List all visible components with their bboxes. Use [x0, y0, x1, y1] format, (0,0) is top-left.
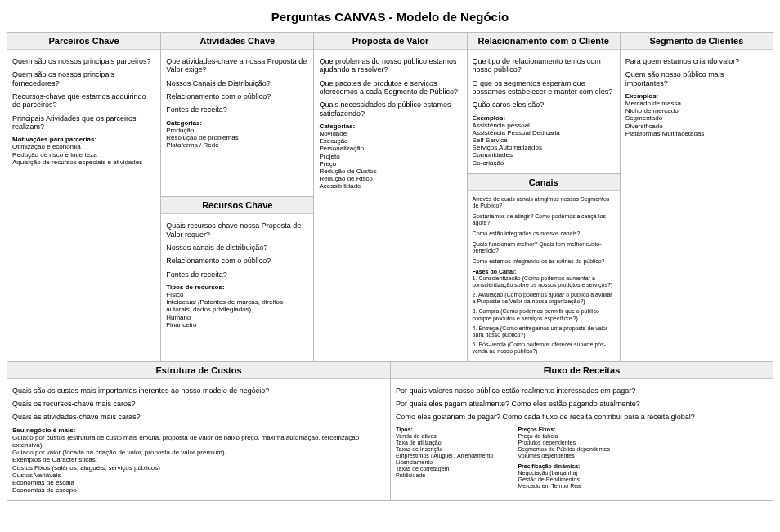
question: Quais as atividades-chave mais caras? — [12, 413, 385, 421]
sect-key-activities: Atividades Chave Que atividades-chave a … — [161, 33, 313, 196]
header-key-resources: Recursos Chave — [161, 197, 313, 214]
question: Quais funcionam melhor? Quais tem melhor… — [473, 241, 615, 254]
label-motivations: Motivações para parcerias: — [12, 136, 155, 143]
item: Gestão de Rendimentos — [518, 476, 609, 483]
question: Como eles gostariam de pagar? Como cada … — [396, 413, 768, 421]
item: Nicho de mercado — [625, 107, 768, 114]
header-customer-relationship: Relacionamento com o Cliente — [468, 33, 620, 50]
item: Humano — [166, 314, 308, 321]
item: 1. Conscientização (Como podemos aumenta… — [473, 275, 615, 288]
question: Quais recursos-chave nossa Proposta de V… — [166, 221, 308, 239]
item: Segmentado — [625, 114, 768, 122]
question: Gostaríamos de atingir? Como podemos alc… — [473, 213, 615, 226]
label-categories: Categorias: — [166, 119, 308, 127]
item: Intelectual (Patentes de marcas, direito… — [166, 298, 308, 313]
question: Para quem estamos criando valor? — [625, 57, 768, 65]
item: Plataforma / Rede — [166, 141, 308, 149]
item: 2. Avaliação (Como podemos ajudar o públ… — [473, 292, 615, 305]
header-customer-segments: Segmento de Clientes — [621, 33, 773, 50]
item: Licenciamento — [396, 459, 493, 466]
question: Por quais eles pagam atualmente? Como el… — [396, 400, 768, 408]
item: Negociação (barganha) — [518, 470, 609, 476]
item: Produção — [166, 127, 308, 134]
label-business-type: Seu negócio é mais: — [12, 427, 385, 434]
question: Fontes de receita? — [166, 270, 308, 279]
header-revenue-streams: Fluxo de Receitas — [391, 362, 773, 379]
col-customer-segments: Segmento de Clientes Para quem estamos c… — [620, 33, 773, 361]
item: Assistência Pessoal Dedicada — [473, 129, 615, 136]
page-title: Perguntas CANVAS - Modelo de Negócio — [7, 10, 773, 24]
label-resource-types: Tipos de recursos: — [166, 284, 308, 291]
item: Comunidades — [473, 151, 615, 159]
item: Redução de risco e incerteza — [12, 151, 155, 159]
item: Novidade — [319, 130, 461, 137]
item: Plataformas Multifacetadas — [625, 130, 768, 137]
item: Produtos dependentes — [518, 440, 609, 446]
sect-customer-relationship: Relacionamento com o Cliente Que tipo de… — [468, 33, 620, 173]
question: Quão caros eles são? — [473, 101, 615, 109]
question: Principais Atividades que os parceiros r… — [12, 114, 155, 132]
item: Economias de escala — [12, 479, 385, 486]
item: Guiado por valor (focada na criação de v… — [12, 449, 385, 456]
item: Volumes dependentes — [518, 453, 609, 459]
item: Mercado de massa — [625, 100, 768, 107]
col-value-proposition: Proposta de Valor Que problemas do nosso… — [313, 33, 466, 361]
item: Co-criação — [473, 159, 615, 167]
item: Execução — [319, 137, 461, 145]
question: Relacionamento com o público? — [166, 257, 308, 265]
question: Como estão integrados os nossos canais? — [473, 230, 615, 237]
item: Custos Variáveis — [12, 472, 385, 479]
item: Guiado por custos (estrutura de custo ma… — [12, 434, 385, 449]
label-fixed-prices: Preços Fixos: — [518, 427, 609, 433]
item: Serviços Automatizados — [473, 144, 615, 151]
question: Quais necessidades do público estamos sa… — [319, 101, 461, 118]
header-key-activities: Atividades Chave — [161, 33, 313, 50]
question: O que os segmentos esperam que possamos … — [473, 79, 615, 96]
col-relationship-channels: Relacionamento com o Cliente Que tipo de… — [467, 33, 620, 361]
question: Que tipo de relacionamento temos com nos… — [473, 57, 615, 74]
item: Resolução de problemas — [166, 134, 308, 141]
item: Acessibilidade — [319, 182, 461, 190]
item: Projeto — [319, 153, 461, 160]
question: Nossos canais de distribuição? — [166, 244, 308, 252]
question: Relacionamento com o público? — [166, 92, 308, 101]
business-model-canvas: Parceiros Chave Quem são os nossos princ… — [7, 32, 773, 501]
question: Quais os recursos-chave mais caros? — [12, 400, 385, 408]
item: Self-Service — [473, 136, 615, 144]
sect-key-resources: Recursos Chave Quais recursos-chave noss… — [161, 196, 313, 360]
col-revenue-streams: Fluxo de Receitas Por quais valores noss… — [390, 362, 773, 501]
question: Quais são os custos mais importantes ine… — [12, 387, 385, 395]
item: 3. Compra (Como podemos permitir que o p… — [473, 308, 615, 321]
item: Preço de tabela — [518, 433, 609, 440]
question: Como estamos integrando-os às rotinas do… — [473, 258, 615, 265]
label-examples: Exemplos: — [473, 114, 615, 122]
question: Através de quais canais atingimos nossos… — [473, 196, 615, 209]
item: Aquisição de recursos especiais e ativid… — [12, 159, 155, 166]
item: Financeiro — [166, 321, 308, 329]
item: Redução de Custos — [319, 168, 461, 175]
question: Que pacotes de produtos e serviços ofere… — [319, 79, 461, 96]
item: Publicidade — [396, 472, 493, 479]
item: Redução de Risco — [319, 175, 461, 182]
item: 5. Pós-venda (Como podemos oferecer supo… — [473, 342, 615, 355]
sect-channels: Canais Através de quais canais atingimos… — [468, 173, 620, 361]
item: Empréstimos / Aluguel / Arrendamento — [396, 453, 493, 459]
item: Economias de escopo — [12, 486, 385, 494]
item: Segmentos de Público dependentes — [518, 446, 609, 453]
question: Quem são os nossos principais fornecedor… — [12, 70, 155, 87]
question: Que atividades-chave a nossa Proposta de… — [166, 57, 308, 74]
header-key-partners: Parceiros Chave — [7, 33, 160, 50]
label-categories: Categorias: — [319, 123, 461, 130]
label-examples: Exemplos: — [625, 92, 768, 100]
item: Exemplos de Características: — [12, 456, 385, 463]
item: 4. Entrega (Como entregamos uma proposta… — [473, 325, 615, 338]
item: Personalização — [319, 145, 461, 152]
item: Otimização e economia — [12, 143, 155, 150]
question: Nossos Canais de Distribuição? — [166, 79, 308, 87]
header-value-proposition: Proposta de Valor — [314, 33, 466, 50]
col-activities-resources: Atividades Chave Que atividades-chave a … — [160, 33, 313, 361]
question: Quem são os nossos principais parceiros? — [12, 57, 155, 65]
item: Taxas de inscrição — [396, 446, 493, 453]
item: Taxa de utilização — [396, 440, 493, 446]
question: Por quais valores nosso público estão re… — [396, 387, 768, 395]
